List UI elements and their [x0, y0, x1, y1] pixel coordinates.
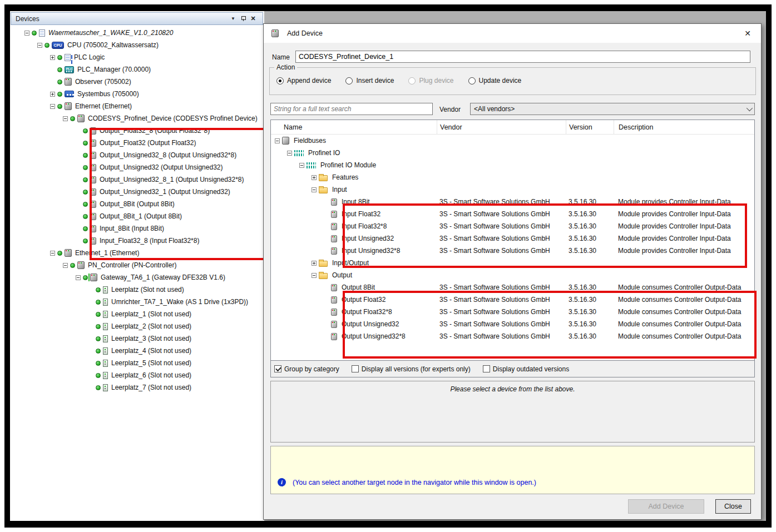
tree-item[interactable]: Input_8Bit (Input 8Bit) — [11, 222, 263, 235]
name-input[interactable] — [295, 51, 750, 63]
radio-dot — [345, 77, 353, 84]
table-row[interactable]: Output Float32*83S - Smart Software Solu… — [271, 306, 754, 318]
tree-item-label: Waermetauscher_1_WAKE_V1.0_210820 — [48, 29, 173, 37]
expand-toggle[interactable] — [50, 55, 55, 60]
tree-item[interactable]: Leerplatz_6 (Slot not used) — [11, 369, 263, 381]
expand-toggle[interactable] — [312, 261, 317, 266]
radio-insert-device[interactable]: Insert device — [345, 77, 394, 84]
expand-toggle[interactable] — [63, 116, 68, 121]
expand-toggle[interactable] — [24, 31, 29, 36]
tree-item[interactable]: PN_Controller (PN-Controller) — [11, 259, 263, 271]
table-row[interactable]: Input Float323S - Smart Software Solutio… — [271, 208, 754, 220]
row-name-label: Profinet IO Module — [320, 161, 376, 169]
table-row[interactable]: Output 8Bit3S - Smart Software Solutions… — [271, 281, 754, 294]
table-row[interactable]: Output — [271, 269, 754, 281]
table-row[interactable]: Features — [271, 171, 754, 183]
checkbox-group-by-category[interactable]: Group by category — [274, 365, 339, 373]
chevron-down-icon[interactable]: ▼ — [228, 14, 238, 23]
table-row[interactable]: Output Unsigned323S - Smart Software Sol… — [271, 318, 754, 330]
table-row[interactable]: Output Unsigned32*83S - Smart Software S… — [271, 330, 754, 342]
checkbox-label: Display all versions (for experts only) — [362, 365, 471, 373]
tree-item-label: Leerplatz_7 (Slot not used) — [111, 384, 191, 391]
tree-item-label: Systembus (705000) — [77, 90, 139, 98]
tree-item[interactable]: Output_Float32_8 (Output Float32*8) — [11, 125, 263, 137]
tree-item[interactable]: PLC Logic — [11, 51, 263, 63]
checkbox-display-all-versions-for-experts-only-[interactable]: Display all versions (for experts only) — [352, 365, 471, 373]
table-row[interactable]: Input/Output — [271, 257, 754, 269]
table-row[interactable]: Input 8Bit3S - Smart Software Solutions … — [271, 196, 754, 208]
table-row[interactable]: Input Float32*83S - Smart Software Solut… — [271, 220, 754, 232]
tree-item[interactable]: Systembus (705000) — [11, 88, 263, 100]
cell-vendor: 3S - Smart Software Solutions GmbH — [437, 296, 566, 304]
column-header-vendor[interactable]: Vendor — [437, 120, 566, 134]
close-button[interactable]: Close — [715, 499, 751, 514]
column-header-name[interactable]: Name — [271, 120, 437, 134]
tree-item[interactable]: Leerplatz_3 (Slot not used) — [11, 332, 263, 345]
tree-item[interactable]: CPU (705002_Kaltwassersatz) — [11, 39, 263, 51]
radio-update-device[interactable]: Update device — [468, 77, 522, 84]
tree-item[interactable]: Ethernet_1 (Ethernet) — [11, 247, 263, 259]
list-options-row: Group by categoryDisplay all versions (f… — [271, 361, 754, 377]
table-row[interactable]: Profinet IO Module — [271, 159, 754, 171]
column-header-version[interactable]: Version — [566, 120, 614, 134]
vendor-select[interactable]: <All vendors> — [470, 103, 755, 115]
module-icon — [331, 296, 337, 304]
column-header-description[interactable]: Description — [614, 120, 754, 134]
checkbox-display-outdated-versions[interactable]: Display outdated versions — [483, 365, 569, 373]
tree-item[interactable]: Output_Unsigned32_8 (Output Unsigned32*8… — [11, 149, 263, 161]
tree-item[interactable]: Leerplatz_1 (Slot not used) — [11, 308, 263, 320]
module-icon — [331, 309, 337, 316]
tree-item[interactable]: PLC_Manager (70.0000) — [11, 63, 263, 76]
tree-item-label: Leerplatz_4 (Slot not used) — [111, 347, 191, 355]
tree-item[interactable]: Leerplatz (Slot not used) — [11, 284, 263, 296]
status-dot — [96, 300, 101, 305]
expand-toggle[interactable] — [37, 43, 42, 48]
table-row[interactable]: Profinet IO — [271, 147, 754, 159]
tree-item[interactable]: Output_8Bit_1 (Output 8Bit) — [11, 210, 263, 222]
expand-toggle[interactable] — [50, 92, 55, 97]
table-row[interactable]: Input — [271, 183, 754, 196]
tree-item[interactable]: Leerplatz_7 (Slot not used) — [11, 381, 263, 394]
expand-toggle[interactable] — [275, 138, 280, 143]
table-row[interactable]: Input Unsigned323S - Smart Software Solu… — [271, 232, 754, 245]
radio-append-device[interactable]: Append device — [276, 77, 331, 84]
tree-item[interactable]: Output_Unsigned32_8_1 (Output Unsigned32… — [11, 173, 263, 186]
status-dot — [57, 55, 62, 60]
tree-item[interactable]: Leerplatz_4 (Slot not used) — [11, 345, 263, 357]
table-row[interactable]: Output Float323S - Smart Software Soluti… — [271, 294, 754, 306]
search-input[interactable] — [270, 103, 433, 115]
expand-toggle[interactable] — [50, 251, 55, 256]
devices-panel-header: Devices ▼ ✕ — [11, 12, 263, 25]
tree-item[interactable]: Output_Float32 (Output Float32) — [11, 137, 263, 149]
tree-item[interactable]: Waermetauscher_1_WAKE_V1.0_210820 — [11, 27, 263, 39]
tree-item[interactable]: Leerplatz_5 (Slot not used) — [11, 357, 263, 369]
tree-item[interactable]: Output_Unsigned32_1 (Output Unsigned32) — [11, 186, 263, 198]
expand-toggle[interactable] — [312, 187, 317, 192]
close-icon[interactable]: ✕ — [248, 14, 258, 23]
expand-toggle[interactable] — [287, 151, 292, 156]
tree-item[interactable]: Umrichter_TA7_1_Wake (AS 1 Drive (1x3PD)… — [11, 296, 263, 308]
expand-toggle[interactable] — [312, 273, 317, 278]
expand-toggle[interactable] — [312, 175, 317, 180]
table-row[interactable]: Input Unsigned32*83S - Smart Software So… — [271, 245, 754, 257]
tree-item[interactable]: Gateway_TA6_1 (Gateway DFE32B V1.6) — [11, 271, 263, 284]
expand-toggle[interactable] — [76, 275, 81, 280]
dialog-close-button[interactable]: ✕ — [742, 29, 753, 38]
expand-toggle[interactable] — [63, 263, 68, 268]
tree-item[interactable]: Input_Float32_8 (Input Float32*8) — [11, 235, 263, 247]
tree-item[interactable]: CODESYS_Profinet_Device (CODESYS Profine… — [11, 112, 263, 125]
expand-toggle[interactable] — [299, 163, 304, 168]
tree-item[interactable]: Output_Unsigned32 (Output Unsigned32) — [11, 161, 263, 173]
tree-item[interactable]: Observer (705002) — [11, 76, 263, 88]
tree-item-label: Ethernet_1 (Ethernet) — [75, 249, 139, 257]
checkbox-label: Display outdated versions — [493, 365, 569, 373]
table-row[interactable]: Fieldbuses — [271, 135, 754, 147]
tree-item[interactable]: Ethernet (Ethernet) — [11, 100, 263, 112]
row-name-label: Profinet IO — [308, 149, 340, 157]
tree-item[interactable]: Output_8Bit (Output 8Bit) — [11, 198, 263, 210]
expand-toggle[interactable] — [50, 104, 55, 109]
tree-item[interactable]: Leerplatz_2 (Slot not used) — [11, 320, 263, 332]
pin-icon[interactable] — [238, 14, 248, 23]
module-icon — [90, 225, 96, 232]
add-device-button[interactable]: Add Device — [628, 499, 704, 514]
